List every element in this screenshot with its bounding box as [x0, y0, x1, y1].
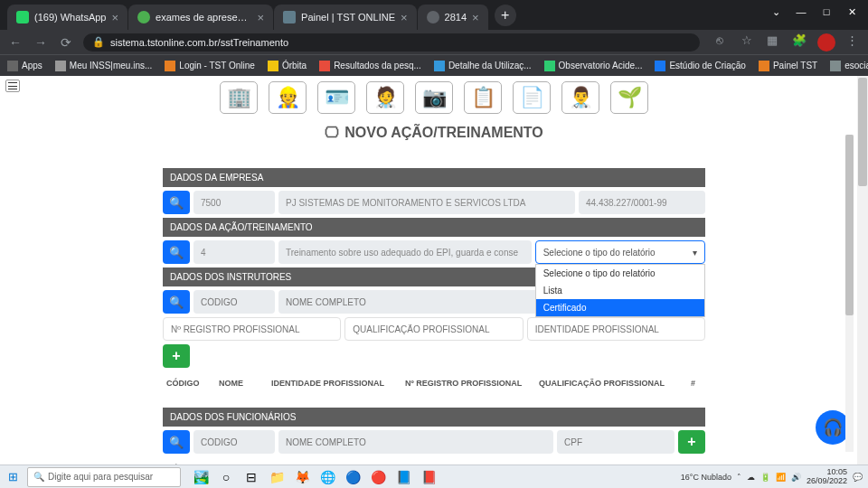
module-note-icon[interactable]: 📄 — [513, 81, 551, 114]
bookmarks-bar: Apps Meu INSS|meu.ins... Login - TST Onl… — [0, 54, 868, 76]
bookmark-item[interactable]: Meu INSS|meu.ins... — [55, 61, 153, 71]
relatorio-select[interactable]: Selecione o tipo do relatório ▾ — [535, 240, 705, 264]
avatar[interactable] — [817, 33, 835, 52]
word-icon[interactable]: 📘 — [394, 468, 412, 486]
taskbar-search[interactable]: 🔍 Digite aqui para pesquisar — [27, 467, 181, 487]
dropdown-option[interactable]: Selecione o tipo do relatório — [536, 265, 704, 282]
weather-widget[interactable]: 16°C Nublado — [681, 473, 731, 482]
cortana-icon[interactable]: ○ — [217, 468, 235, 486]
tray-chevron-icon[interactable]: ˄ — [737, 473, 741, 482]
url-input[interactable]: 🔒 sistema.tstonline.com.br/sstTreinament… — [83, 33, 700, 52]
browser-tab[interactable]: exames de apresentação × — [128, 5, 273, 30]
chevron-down-icon: ▾ — [693, 248, 697, 258]
task-illustration-icon[interactable]: 🏞️ — [192, 468, 210, 486]
bookmark-item[interactable]: Detalhe da Utilizaç... — [434, 61, 532, 71]
explorer-icon[interactable]: 📁 — [268, 468, 286, 486]
module-doctor-icon[interactable]: 🧑‍⚕️ — [366, 81, 404, 114]
dropdown-option[interactable]: Lista — [536, 282, 704, 299]
volume-icon[interactable]: 🔊 — [791, 473, 801, 482]
search-funcionario-button[interactable]: 🔍 — [163, 430, 190, 454]
bookmark-icon — [55, 61, 66, 71]
search-instrutor-button[interactable]: 🔍 — [163, 290, 190, 314]
funcionario-cpf-field[interactable] — [557, 430, 675, 454]
search-empresa-button[interactable]: 🔍 — [163, 191, 190, 214]
treinamento-codigo-field[interactable] — [193, 240, 275, 264]
content-scrollbar[interactable] — [845, 135, 854, 452]
module-medic-icon[interactable]: 👨‍⚕️ — [561, 81, 599, 114]
instrutor-codigo-field[interactable] — [193, 290, 275, 314]
add-funcionario-button[interactable]: + — [678, 430, 705, 454]
module-building-icon[interactable]: 🏢 — [220, 81, 258, 114]
module-nav: 🏢 👷 🪪 🧑‍⚕️ 📷 📋 📄 👨‍⚕️ 🌱 — [0, 76, 868, 114]
chrome-icon[interactable]: 🌐 — [318, 468, 336, 486]
browser-tab[interactable]: (169) WhatsApp × — [7, 5, 127, 30]
empresa-nome-field[interactable] — [278, 191, 575, 214]
back-icon[interactable]: ← — [7, 35, 24, 50]
battery-icon[interactable]: 🔋 — [760, 473, 770, 482]
extension-icon[interactable]: 🧩 — [792, 33, 807, 48]
bookmark-item[interactable]: Órbita — [268, 61, 307, 71]
star-icon[interactable]: ☆ — [741, 33, 756, 48]
close-icon[interactable]: × — [472, 11, 479, 24]
browser-tab[interactable]: 2814 × — [418, 5, 488, 30]
bookmark-item[interactable]: esocial Rural — [830, 61, 868, 71]
search-treinamento-button[interactable]: 🔍 — [163, 240, 190, 264]
app-icon[interactable]: 🔴 — [369, 468, 387, 486]
close-icon[interactable]: ✕ — [839, 4, 864, 20]
bookmark-icon — [165, 61, 175, 71]
cast-icon[interactable]: ⎋ — [716, 33, 731, 48]
new-tab-button[interactable]: + — [495, 5, 516, 26]
edge-icon[interactable]: 🔵 — [344, 468, 362, 486]
menu-icon[interactable]: ⋮ — [846, 33, 861, 48]
treinamento-desc-field[interactable] — [278, 240, 532, 264]
forward-icon[interactable]: → — [33, 35, 49, 50]
firefox-icon[interactable]: 🦊 — [293, 468, 311, 486]
bookmark-item[interactable]: Login - TST Online — [165, 61, 255, 71]
bookmark-item[interactable]: Resultados da pesq... — [319, 61, 421, 71]
scrollbar-thumb[interactable] — [858, 78, 867, 186]
funcionario-codigo-field[interactable] — [193, 430, 275, 454]
close-icon[interactable]: × — [111, 11, 118, 24]
cloud-icon[interactable]: ☁ — [747, 473, 755, 482]
menu-toggle[interactable] — [5, 80, 20, 92]
instrutor-qualificacao-field[interactable] — [344, 317, 523, 341]
taskview-icon[interactable]: ⊟ — [242, 468, 260, 486]
pdf-icon[interactable]: 📕 — [420, 468, 438, 486]
instrutor-identidade-field[interactable] — [527, 317, 705, 341]
funcionario-nome-field[interactable] — [278, 430, 553, 454]
page-scrollbar[interactable] — [857, 76, 868, 488]
chevron-down-icon[interactable]: ⌄ — [763, 4, 788, 20]
notifications-icon[interactable]: 💬 — [853, 473, 863, 482]
maximize-icon[interactable]: □ — [814, 4, 839, 20]
grid-icon[interactable]: ▦ — [767, 33, 781, 48]
wifi-icon[interactable]: 📶 — [776, 473, 786, 482]
bookmark-icon — [319, 61, 330, 71]
start-button[interactable]: ⊞ — [0, 465, 25, 489]
dropdown-option[interactable]: Certificado — [536, 299, 704, 316]
instrutor-registro-field[interactable] — [163, 317, 341, 341]
browser-tab[interactable]: Painel | TST ONLINE × — [274, 5, 417, 30]
close-icon[interactable]: × — [257, 11, 264, 24]
apps-icon — [7, 61, 18, 71]
empresa-codigo-field[interactable] — [193, 191, 275, 214]
section-treinamento: DADOS DA AÇÃO/TREINAMENTO — [163, 218, 705, 237]
tab-title: 2814 — [445, 12, 467, 23]
bookmark-item[interactable]: Estúdio de Criação — [655, 61, 746, 71]
module-camera-icon[interactable]: 📷 — [415, 81, 453, 114]
apps-button[interactable]: Apps — [7, 61, 42, 71]
page-title: 🖵 NOVO AÇÃO/TREINAMENTO — [0, 125, 868, 141]
module-plant-icon[interactable]: 🌱 — [610, 81, 648, 114]
bookmark-item[interactable]: Observatorio Acide... — [544, 61, 643, 71]
module-badge-icon[interactable]: 🪪 — [317, 81, 355, 114]
add-instrutor-button[interactable]: + — [163, 344, 190, 368]
empresa-cnpj-field[interactable] — [579, 191, 705, 214]
minimize-icon[interactable]: ― — [788, 4, 814, 20]
clock[interactable]: 10:05 26/09/2022 — [807, 468, 847, 486]
reload-icon[interactable]: ⟳ — [58, 35, 74, 50]
bookmark-item[interactable]: Painel TST — [759, 61, 817, 71]
scrollbar-thumb[interactable] — [845, 135, 854, 315]
module-helmet-icon[interactable]: 👷 — [269, 81, 307, 114]
relatorio-dropdown-menu: Selecione o tipo do relatório Lista Cert… — [535, 264, 705, 317]
close-icon[interactable]: × — [401, 11, 408, 24]
module-clipboard-icon[interactable]: 📋 — [464, 81, 502, 114]
